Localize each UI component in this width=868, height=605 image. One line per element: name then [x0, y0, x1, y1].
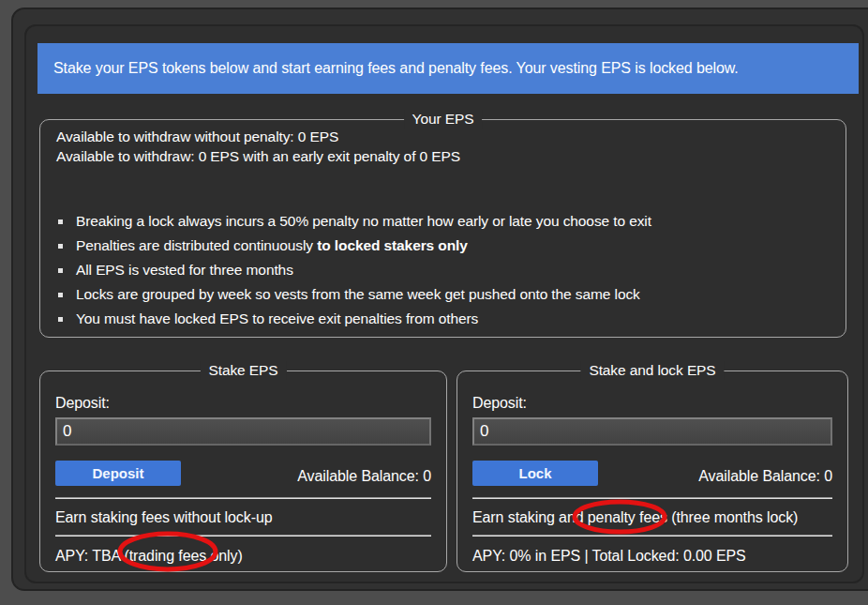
- divider: [472, 535, 832, 537]
- your-eps-section: Your EPS Available to withdraw without p…: [39, 119, 846, 338]
- list-item: Breaking a lock always incurs a 50% pena…: [58, 209, 830, 234]
- stake-lock-eps-section: Stake and lock EPS Deposit: Lock Availab…: [456, 371, 848, 572]
- divider: [55, 497, 431, 499]
- notice-banner-text: Stake your EPS tokens below and start ea…: [53, 60, 739, 77]
- list-item: All EPS is vested for three months: [58, 258, 830, 282]
- stake-eps-section-title: Stake EPS: [200, 361, 286, 380]
- rule-text: Breaking a lock always incurs a 50% pena…: [76, 213, 651, 230]
- deposit-button[interactable]: Deposit: [55, 461, 181, 486]
- divider: [472, 497, 832, 499]
- list-item: Penalties are distributed continuously t…: [58, 234, 830, 258]
- bullet-icon: [58, 268, 63, 273]
- lock-apy-line: APY: 0% in EPS | Total Locked: 0.00 EPS: [472, 546, 832, 566]
- lock-button[interactable]: Lock: [472, 461, 598, 486]
- notice-banner: Stake your EPS tokens below and start ea…: [37, 43, 859, 94]
- rules-list: Breaking a lock always incurs a 50% pena…: [56, 209, 830, 331]
- stake-deposit-input[interactable]: [55, 417, 431, 446]
- divider: [55, 535, 431, 537]
- deposit-label: Deposit:: [55, 394, 431, 413]
- list-item: Locks are grouped by week so vests from …: [58, 282, 830, 307]
- rule-text: Locks are grouped by week so vests from …: [76, 286, 640, 303]
- stake-eps-section: Stake EPS Deposit: Deposit Available Bal…: [39, 371, 447, 572]
- lock-deposit-input[interactable]: [472, 417, 832, 446]
- bullet-icon: [58, 244, 63, 249]
- available-balance-text: Available Balance: 0: [698, 467, 832, 486]
- stake-action-row: Deposit Available Balance: 0: [55, 461, 431, 486]
- stake-info-line: Earn staking fees without lock-up: [55, 507, 431, 527]
- rule-text: All EPS is vested for three months: [76, 262, 293, 279]
- stake-apy-line: APY: TBA (trading fees only): [55, 546, 431, 566]
- list-item: You must have locked EPS to receive exit…: [58, 307, 830, 331]
- bullet-icon: [58, 317, 63, 322]
- available-balance-text: Available Balance: 0: [297, 467, 431, 486]
- rule-text: Penalties are distributed continuously t…: [76, 237, 468, 254]
- staking-panel: Stake your EPS tokens below and start ea…: [24, 24, 864, 583]
- rule-text: You must have locked EPS to receive exit…: [76, 310, 478, 327]
- bullet-icon: [58, 219, 63, 224]
- stake-lock-eps-section-title: Stake and lock EPS: [580, 361, 724, 380]
- bullet-icon: [58, 293, 63, 297]
- withdraw-with-penalty-line: Available to withdraw: 0 EPS with an ear…: [56, 146, 830, 166]
- withdraw-no-penalty-line: Available to withdraw without penalty: 0…: [56, 127, 830, 146]
- lock-info-line: Earn staking and penalty fees (three mon…: [472, 507, 832, 527]
- deposit-label: Deposit:: [472, 394, 832, 413]
- your-eps-section-title: Your EPS: [404, 110, 483, 129]
- lock-action-row: Lock Available Balance: 0: [472, 461, 832, 486]
